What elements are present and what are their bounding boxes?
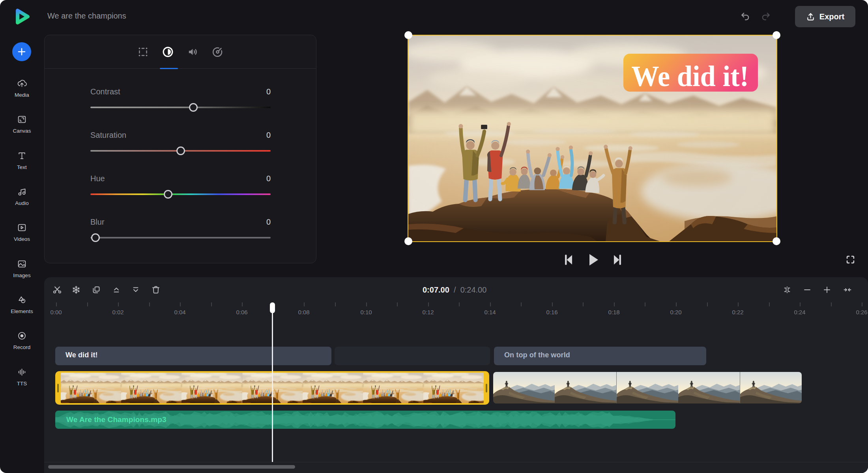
svg-text:We did it!: We did it!	[631, 60, 749, 92]
